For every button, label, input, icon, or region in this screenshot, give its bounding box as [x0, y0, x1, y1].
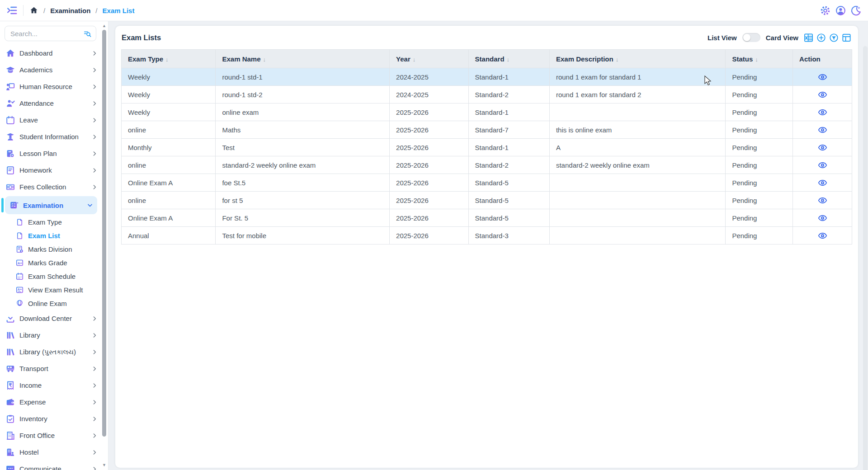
library-icon: [5, 330, 15, 340]
sort-down-icon[interactable]: ↓: [507, 56, 510, 63]
sidebar-item-expense[interactable]: Expense: [0, 394, 108, 410]
excel-export-icon[interactable]: [803, 33, 814, 43]
sidebar-subitem-exam-schedule[interactable]: Exam Schedule: [0, 269, 108, 283]
profile-icon[interactable]: [835, 5, 846, 16]
chevron-right-icon: [91, 382, 98, 389]
eye-icon[interactable]: [818, 72, 827, 82]
cell-action: [793, 68, 852, 86]
income-icon: [5, 381, 15, 390]
settings-gear-icon[interactable]: [820, 5, 831, 16]
column-header-standard[interactable]: Standard↓: [468, 50, 549, 68]
sidebar-item-student-information[interactable]: Student Information: [0, 128, 108, 145]
column-header-year[interactable]: Year↓: [390, 50, 469, 68]
column-header-status[interactable]: Status↓: [726, 50, 793, 68]
layout-icon[interactable]: [841, 33, 852, 43]
sidebar-item-income[interactable]: Income: [0, 377, 108, 394]
sidebar-item-communicate[interactable]: Communicate: [0, 461, 108, 470]
table-row[interactable]: Online Exam Afoe St.52025-2026Standard-5…: [122, 174, 852, 192]
sidebar-item-academics[interactable]: Academics: [0, 61, 108, 78]
sidebar-subitem-online-exam[interactable]: Online Exam: [0, 296, 108, 310]
list-card-view-toggle[interactable]: [742, 33, 760, 42]
sidebar-item-inventory[interactable]: Inventory: [0, 410, 108, 427]
sidebar-item-attendance[interactable]: Attendance: [0, 95, 108, 112]
breadcrumb-page[interactable]: Exam List: [103, 7, 135, 14]
sort-down-icon[interactable]: ↓: [263, 56, 266, 63]
breadcrumb-section[interactable]: Examination: [50, 7, 90, 14]
sidebar-item-homework[interactable]: Homework: [0, 162, 108, 179]
sidebar-subitem-exam-list[interactable]: Exam List: [0, 229, 108, 242]
sidebar-item-front-office[interactable]: Front Office: [0, 427, 108, 444]
search-input[interactable]: [10, 30, 83, 38]
search-list-icon[interactable]: [83, 29, 92, 38]
download-center-icon: [5, 314, 15, 324]
eye-icon[interactable]: [818, 125, 827, 135]
eye-icon[interactable]: [818, 231, 827, 240]
hostel-icon: [5, 447, 15, 457]
svg-text:A+: A+: [18, 288, 22, 291]
cell-exam-name: online exam: [216, 103, 390, 121]
dark-mode-icon[interactable]: [850, 5, 862, 16]
sidebar-item-transport[interactable]: Transport: [0, 360, 108, 377]
scroll-up-arrow-icon[interactable]: ▲: [101, 23, 107, 29]
table-body: Weeklyround-1 std-12024-2025Standard-1ro…: [122, 68, 852, 244]
table-row[interactable]: Online Exam AFor St. 52025-2026Standard-…: [122, 209, 852, 227]
sidebar-item-human-resource[interactable]: Human Resource: [0, 78, 108, 95]
menu-unfold-icon[interactable]: [6, 5, 18, 16]
cell-standard: Standard-5: [468, 192, 549, 209]
sidebar-item-library[interactable]: Library: [0, 327, 108, 343]
table-row[interactable]: onlineMaths2025-2026Standard-7this is on…: [122, 121, 852, 139]
sidebar-scrollbar[interactable]: ▲ ▼: [101, 22, 107, 469]
table-row[interactable]: Weeklyonline exam2025-2026Standard-1Pend…: [122, 103, 852, 121]
sidebar-scrollbar-thumb[interactable]: [102, 30, 106, 437]
sidebar-subitem-label: Marks Grade: [28, 259, 98, 267]
home-icon[interactable]: [29, 6, 38, 15]
filter-icon[interactable]: [829, 33, 839, 43]
sidebar-item-label: Download Center: [19, 315, 87, 322]
chevron-right-icon: [91, 465, 98, 470]
table-row[interactable]: onlinestandard-2 weekly online exam2025-…: [122, 156, 852, 174]
cell-status: Pending: [726, 227, 793, 244]
table-row[interactable]: MonthlyTest2025-2026Standard-1APending: [122, 139, 852, 156]
sidebar-nav: DashboardAcademicsHuman ResourceAttendan…: [0, 45, 108, 470]
sidebar-item-library[interactable]: Library (પુસ્તકાલય): [0, 343, 108, 360]
sidebar-subitem-marks-grade[interactable]: A+Marks Grade: [0, 256, 108, 269]
eye-icon[interactable]: [818, 143, 827, 152]
cell-status: Pending: [726, 192, 793, 209]
column-header-exam-description[interactable]: Exam Description↓: [549, 50, 725, 68]
eye-icon[interactable]: [818, 108, 827, 117]
sidebar-item-download-center[interactable]: Download Center: [0, 310, 108, 327]
column-header-exam-name[interactable]: Exam Name↓: [216, 50, 390, 68]
sidebar-item-fees-collection[interactable]: Fees Collection: [0, 179, 108, 195]
add-icon[interactable]: [816, 33, 826, 43]
eye-icon[interactable]: [818, 196, 827, 205]
sort-down-icon[interactable]: ↓: [413, 56, 416, 63]
sidebar-item-hostel[interactable]: Hostel: [0, 444, 108, 461]
table-row[interactable]: AnnualTest for mobile2025-2026Standard-3…: [122, 227, 852, 244]
page-scrollbar-thumb[interactable]: [863, 46, 868, 470]
sidebar-item-leave[interactable]: Leave: [0, 112, 108, 128]
sort-down-icon[interactable]: ↓: [755, 56, 758, 63]
eye-icon[interactable]: [818, 160, 827, 170]
sidebar-item-examination[interactable]: Examination: [5, 196, 97, 214]
eye-icon[interactable]: [818, 178, 827, 188]
sidebar-item-lesson-plan[interactable]: Lesson Plan: [0, 145, 108, 162]
eye-icon[interactable]: [818, 213, 827, 223]
chevron-right-icon: [91, 100, 98, 107]
scroll-down-arrow-icon[interactable]: ▼: [101, 462, 107, 468]
table-row[interactable]: Weeklyround-1 std-22024-2025Standard-2ro…: [122, 86, 852, 103]
eye-icon[interactable]: [818, 90, 827, 99]
sort-down-icon[interactable]: ↓: [616, 56, 619, 63]
sidebar-subitem-marks-division[interactable]: Marks Division: [0, 242, 108, 256]
cell-exam-name: Maths: [216, 121, 390, 139]
sidebar-search: [5, 26, 96, 41]
cell-status: Pending: [726, 174, 793, 192]
table-row[interactable]: onlinefor st 52025-2026Standard-5Pending: [122, 192, 852, 209]
sidebar-subitem-view-exam-result[interactable]: A+View Exam Result: [0, 283, 108, 296]
column-header-exam-type[interactable]: Exam Type↓: [122, 50, 216, 68]
sidebar-subitem-exam-type[interactable]: Exam Type: [0, 215, 108, 229]
sidebar-item-label: Front Office: [19, 432, 87, 439]
table-row[interactable]: Weeklyround-1 std-12024-2025Standard-1ro…: [122, 68, 852, 86]
sort-down-icon[interactable]: ↓: [165, 56, 169, 63]
sidebar-item-dashboard[interactable]: Dashboard: [0, 45, 108, 61]
cell-exam-name: For St. 5: [216, 209, 390, 227]
